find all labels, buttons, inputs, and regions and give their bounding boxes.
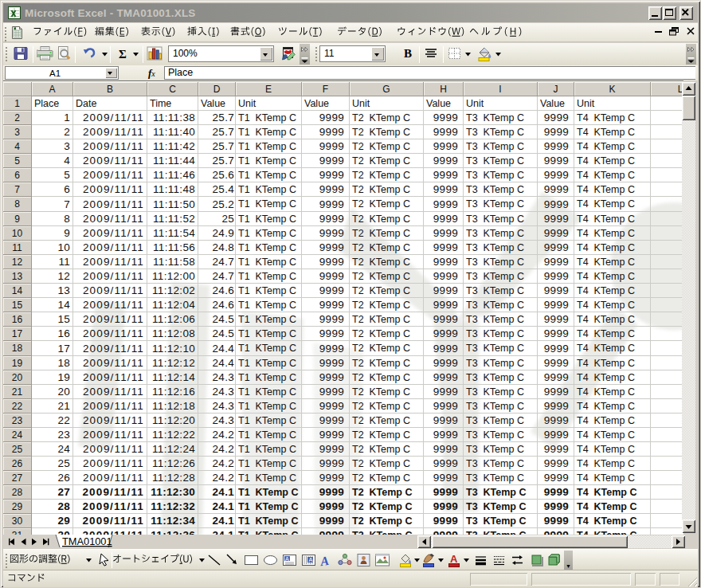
- svg-text:A: A: [285, 556, 289, 562]
- svg-text:A: A: [450, 553, 458, 565]
- svg-text:A: A: [309, 556, 313, 563]
- svg-text:A: A: [319, 554, 330, 568]
- svg-text:TMA01001: TMA01001: [62, 535, 112, 547]
- svg-text:Σ: Σ: [119, 48, 127, 61]
